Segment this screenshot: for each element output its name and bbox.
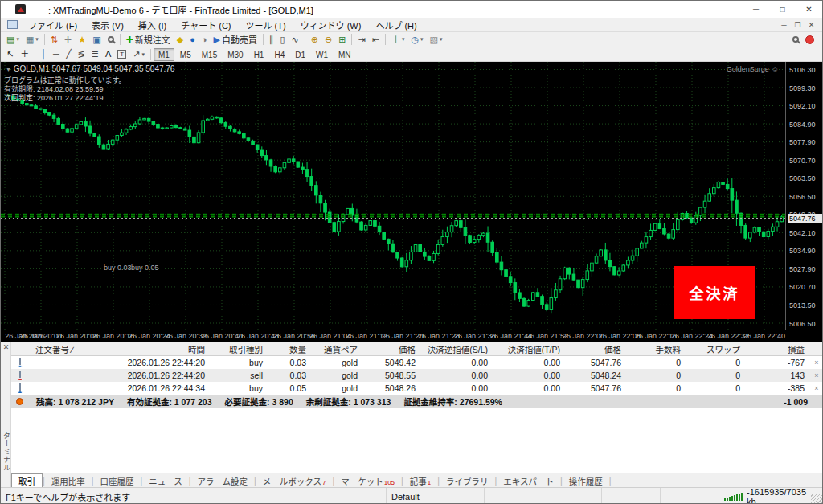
timeframe-m1-button[interactable]: M1	[154, 48, 174, 61]
column-header[interactable]: 通貨ペア	[311, 343, 362, 355]
chart-expander-icon[interactable]: ▼	[6, 67, 11, 72]
price-axis-label: 5042.10	[789, 229, 816, 237]
metaeditor-button[interactable]: ◆	[174, 33, 186, 47]
close-button[interactable]: ✕	[796, 1, 822, 18]
tab-7[interactable]: 記事1	[403, 474, 437, 488]
timeframe-h1-button[interactable]: H1	[249, 48, 269, 61]
chart-window-icon[interactable]	[7, 20, 18, 29]
column-header[interactable]: 価格	[362, 343, 420, 355]
vertical-line-button[interactable]: │	[38, 47, 50, 61]
auto-trading-button[interactable]: ▶自動売買	[211, 33, 260, 47]
horizontal-line-button[interactable]: ─	[50, 47, 63, 61]
tile-windows-button[interactable]: ⊞	[335, 33, 349, 47]
templates-button[interactable]: ▧▾	[427, 33, 446, 47]
strategy-tester-icon	[108, 36, 114, 43]
close-position-icon[interactable]: ×	[809, 359, 823, 367]
crosshair-button[interactable]: ＋	[17, 47, 32, 61]
search-icon[interactable]	[792, 36, 799, 43]
bar-chart-button[interactable]: ∥	[266, 33, 277, 47]
timeframe-mn-button[interactable]: MN	[334, 48, 356, 61]
new-chart-button[interactable]: ▤▾	[3, 33, 23, 47]
column-header[interactable]: 数量	[268, 343, 311, 355]
time-axis-label: 26 Jan 22:40	[743, 332, 785, 340]
zoom-in-button[interactable]: ⊕	[308, 33, 321, 47]
menu-item[interactable]: 表示 (V)	[84, 18, 131, 31]
channel-button[interactable]: ≣	[88, 47, 102, 61]
timeframe-w1-button[interactable]: W1	[311, 48, 333, 61]
menu-item[interactable]: ウィンドウ (W)	[293, 18, 369, 31]
candlestick-plot[interactable]	[1, 62, 785, 330]
child-restore-button[interactable]: ❐	[792, 21, 804, 29]
ea-smiley-icon[interactable]: ☺	[772, 65, 779, 73]
market-watch-button[interactable]: ⇅	[47, 33, 61, 47]
tab-10[interactable]: 操作履歴	[563, 474, 609, 488]
terminal-close-icon[interactable]: ✕	[2, 343, 10, 352]
child-minimize-button[interactable]: ─	[778, 21, 790, 29]
trend-line-button[interactable]: ╱	[63, 47, 75, 61]
column-header[interactable]: 注文番号 ∕	[31, 343, 107, 355]
menu-item[interactable]: 挿入 (I)	[131, 18, 174, 31]
dropdown-caret-icon: ▾	[35, 36, 39, 43]
new-order-button[interactable]: ✚新規注文	[123, 33, 174, 47]
navigator-button[interactable]: ★	[75, 33, 89, 47]
text-button[interactable]: A	[102, 47, 114, 61]
candlestick-chart-button[interactable]: ▯	[277, 33, 289, 47]
line-chart-button[interactable]: ∿	[289, 33, 302, 47]
tab-4[interactable]: アラーム設定	[190, 474, 254, 488]
timeframe-d1-button[interactable]: D1	[290, 48, 310, 61]
menu-item[interactable]: ヘルプ (H)	[368, 18, 424, 31]
timeframe-m15-button[interactable]: M15	[197, 48, 222, 61]
community-button[interactable]: ●	[186, 33, 199, 47]
column-header[interactable]: 決済指値(T/P)	[493, 343, 565, 355]
close-all-button[interactable]: 全決済	[674, 266, 755, 319]
periods-button[interactable]: ◷▾	[407, 33, 426, 47]
strategy-tester-button[interactable]	[104, 33, 117, 47]
tab-1[interactable]: 運用比率	[45, 474, 92, 488]
timeframe-m5-button[interactable]: M5	[175, 48, 196, 61]
resize-grip[interactable]	[811, 494, 822, 504]
column-header[interactable]: 取引種別	[210, 343, 268, 355]
position-line-label: buy 0.05	[131, 264, 159, 272]
column-header[interactable]: 時間	[107, 343, 210, 355]
maximize-button[interactable]: □	[769, 1, 796, 18]
close-position-icon[interactable]: ×	[809, 384, 823, 392]
zoom-out-button[interactable]: ⊖	[321, 33, 335, 47]
shapes-button[interactable]: ↗▾	[129, 47, 148, 61]
tab-5[interactable]: メールボックス7	[256, 474, 333, 488]
order-row[interactable]: 2026.01.26 22:44:34buy0.05gold5048.260.0…	[11, 382, 823, 395]
tab-active-0[interactable]: 取引	[11, 473, 43, 489]
column-header[interactable]: 価格	[565, 343, 626, 355]
timeframe-m30-button[interactable]: M30	[223, 48, 248, 61]
auto-scroll-button[interactable]: ⇥	[354, 33, 368, 47]
terminal-window-button[interactable]: ▣	[89, 33, 104, 47]
minimize-button[interactable]: ─	[743, 1, 769, 18]
tab-9[interactable]: エキスパート	[497, 474, 560, 488]
menu-item[interactable]: ツール (T)	[239, 18, 293, 31]
order-row[interactable]: 2026.01.26 22:44:20sell0.03gold5048.550.…	[11, 369, 823, 382]
column-header[interactable]: スワップ	[686, 343, 745, 355]
column-header[interactable]: 決済逆指値(S/L)	[420, 343, 493, 355]
cursor-button[interactable]: ↖	[3, 47, 17, 61]
tab-8[interactable]: ライブラリ	[440, 474, 495, 488]
column-header[interactable]: 損益	[745, 343, 809, 355]
fibonacci-button[interactable]: ≶	[75, 47, 88, 61]
tab-2[interactable]: 口座履歴	[93, 474, 140, 488]
tab-6[interactable]: マーケット105	[334, 474, 401, 488]
text-label-button[interactable]: T	[114, 47, 129, 61]
child-close-button[interactable]: ✕	[805, 21, 817, 29]
status-profile[interactable]: Default	[387, 488, 485, 504]
order-row[interactable]: 2026.01.26 22:44:20buy0.03gold5049.420.0…	[11, 356, 823, 369]
indicators-button[interactable]: ＋▾	[388, 33, 408, 47]
chart-shift-button[interactable]: ⇤	[369, 33, 383, 47]
notification-badge[interactable]	[805, 35, 814, 44]
close-position-icon[interactable]: ×	[809, 371, 823, 379]
menu-item[interactable]: ファイル (F)	[21, 18, 84, 31]
profiles-button[interactable]: ▦▾	[23, 33, 42, 47]
menu-item[interactable]: チャート (C)	[174, 18, 238, 31]
data-window-button[interactable]: ✛	[61, 33, 75, 47]
tab-3[interactable]: ニュース	[142, 474, 188, 488]
news-feed-button[interactable]: ◑	[199, 33, 211, 47]
timeframe-h4-button[interactable]: H4	[269, 48, 289, 61]
column-header[interactable]: 手数料	[626, 343, 686, 355]
chart-area[interactable]: ▼ GOLD,M1 5047.67 5049.04 5047.35 5047.7…	[1, 62, 823, 342]
